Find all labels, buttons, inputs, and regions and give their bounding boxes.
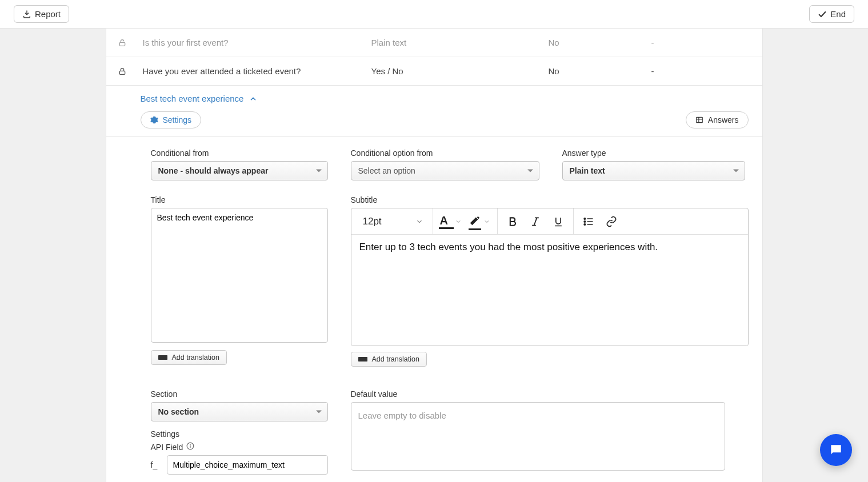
rt-insert-group <box>574 208 626 234</box>
subtitle-editor: 12pt A <box>351 208 749 346</box>
chevron-up-icon <box>249 95 257 103</box>
end-button[interactable]: End <box>809 5 854 23</box>
expanded-header: Best tech event experience <box>106 86 762 107</box>
rt-fontsize-group: 12pt <box>351 208 433 234</box>
title-add-translation-button[interactable]: Add translation <box>151 350 227 365</box>
font-size-value: 12pt <box>363 216 382 227</box>
chevron-down-icon <box>415 218 423 226</box>
settings-block: Settings API Field f_ <box>151 429 328 475</box>
question-row[interactable]: Have you ever attended a ticketed event?… <box>106 57 762 86</box>
form-row-title-subtitle: Title Add translation Subtitle 12pt <box>106 180 762 367</box>
question-title: Have you ever attended a ticketed event? <box>143 66 371 76</box>
default-value-input[interactable] <box>351 402 725 471</box>
gear-icon <box>150 116 158 124</box>
title-add-translation-label: Add translation <box>172 354 219 362</box>
tab-settings-label: Settings <box>163 115 192 124</box>
answer-type-value: Plain text <box>570 166 605 175</box>
text-color-icon: A <box>440 215 453 228</box>
svg-rect-16 <box>358 357 367 362</box>
question-row[interactable]: Is this your first event? Plain text No … <box>106 29 762 57</box>
answer-type-label: Answer type <box>562 148 745 158</box>
conditional-option-label: Conditional option from <box>351 148 539 158</box>
svg-point-11 <box>584 220 586 222</box>
svg-rect-5 <box>158 355 167 360</box>
chat-fab[interactable] <box>820 434 852 466</box>
lock-icon <box>118 38 143 47</box>
conditional-from-select[interactable]: None - should always appear <box>151 161 328 180</box>
form-row-section-default: Section No section Settings API Field <box>106 367 762 475</box>
link-icon <box>606 216 617 227</box>
report-button[interactable]: Report <box>14 5 69 23</box>
top-bar: Report End <box>0 0 868 29</box>
form-row-conditionals: Conditional from None - should always ap… <box>106 136 762 180</box>
tab-row: Settings Answers <box>106 107 762 136</box>
conditional-from-value: None - should always appear <box>158 166 269 175</box>
title-input[interactable] <box>151 208 328 343</box>
link-button[interactable] <box>600 210 623 233</box>
keyboard-icon <box>158 355 167 360</box>
italic-icon <box>530 216 541 227</box>
tab-settings[interactable]: Settings <box>141 111 202 128</box>
subtitle-add-translation-button[interactable]: Add translation <box>351 352 427 367</box>
collapse-toggle[interactable]: Best tech event experience <box>141 94 258 103</box>
main-panel: Is this your first event? Plain text No … <box>106 29 763 482</box>
italic-button[interactable] <box>524 210 547 233</box>
title-field: Title Add translation <box>151 195 328 367</box>
question-type: Yes / No <box>371 66 549 76</box>
svg-point-12 <box>584 223 586 225</box>
api-field-label: API Field <box>151 443 183 452</box>
tab-answers[interactable]: Answers <box>686 111 749 128</box>
chevron-down-icon <box>455 218 462 225</box>
bold-icon <box>507 216 518 227</box>
conditional-from-label: Conditional from <box>151 148 328 158</box>
section-field: Section No section Settings API Field <box>151 389 328 475</box>
api-field-row: f_ <box>151 455 328 475</box>
conditional-option-value: Select an option <box>358 166 415 175</box>
chevron-down-icon <box>483 218 490 225</box>
expanded-title-text: Best tech event experience <box>141 94 244 103</box>
subtitle-body[interactable]: Enter up to 3 tech events you had the mo… <box>351 235 748 346</box>
text-color-button[interactable]: A <box>437 210 465 233</box>
list-button[interactable] <box>577 210 600 233</box>
highlight-color-button[interactable] <box>465 210 494 233</box>
rt-toolbar: 12pt A <box>351 208 748 235</box>
download-icon <box>22 10 31 19</box>
question-extra: - <box>651 66 751 76</box>
rt-color-group: A <box>433 208 498 234</box>
table-icon <box>695 116 703 124</box>
answer-type-select[interactable]: Plain text <box>562 161 745 180</box>
check-icon <box>818 10 827 19</box>
end-label: End <box>830 9 846 19</box>
svg-rect-2 <box>697 117 703 122</box>
api-prefix: f_ <box>151 460 161 469</box>
conditional-from-field: Conditional from None - should always ap… <box>151 148 328 180</box>
conditional-option-select[interactable]: Select an option <box>351 161 539 180</box>
subtitle-add-translation-label: Add translation <box>372 355 419 363</box>
question-extra: - <box>651 38 751 47</box>
tab-answers-label: Answers <box>708 115 739 124</box>
info-icon[interactable] <box>186 442 194 452</box>
lock-icon <box>118 67 143 76</box>
keyboard-icon <box>358 356 367 362</box>
list-icon <box>583 216 594 227</box>
font-size-select[interactable]: 12pt <box>355 211 429 232</box>
underline-button[interactable] <box>547 210 570 233</box>
settings-heading: Settings <box>151 429 328 439</box>
svg-line-6 <box>534 218 537 225</box>
title-label: Title <box>151 195 328 204</box>
question-title: Is this your first event? <box>143 38 371 47</box>
underline-icon <box>553 216 564 227</box>
section-select[interactable]: No section <box>151 402 328 421</box>
default-value-label: Default value <box>351 389 725 399</box>
question-type: Plain text <box>371 38 549 47</box>
bold-button[interactable] <box>501 210 524 233</box>
report-label: Report <box>35 9 61 19</box>
subtitle-label: Subtitle <box>351 195 749 204</box>
answer-type-field: Answer type Plain text <box>562 148 745 180</box>
question-required: No <box>549 66 651 76</box>
default-value-field: Default value <box>351 389 725 475</box>
rt-style-group <box>498 208 574 234</box>
section-value: No section <box>158 407 199 416</box>
api-field-input[interactable] <box>167 455 328 475</box>
svg-point-19 <box>190 444 191 445</box>
